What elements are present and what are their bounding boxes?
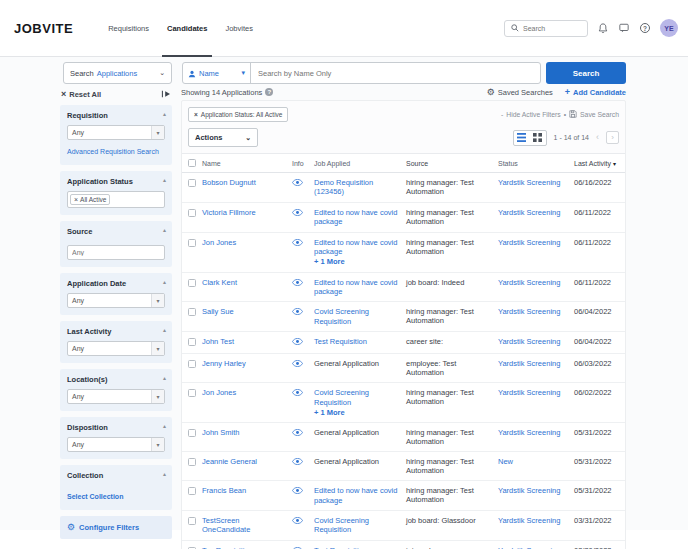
info-eye-icon[interactable] bbox=[292, 360, 310, 367]
candidate-name-link[interactable]: TestScreen OneCandidate bbox=[202, 516, 250, 534]
info-eye-icon[interactable] bbox=[292, 429, 310, 436]
row-checkbox[interactable] bbox=[188, 338, 196, 346]
feedback-icon[interactable] bbox=[618, 22, 630, 34]
row-checkbox[interactable] bbox=[188, 279, 196, 287]
candidate-name-link[interactable]: Jenny Harley bbox=[202, 359, 246, 368]
configure-filters-button[interactable]: ⚙ Configure Filters bbox=[60, 516, 172, 539]
name-search-input[interactable] bbox=[251, 63, 540, 83]
collapse-icon[interactable]: ▴ bbox=[163, 326, 166, 333]
row-checkbox[interactable] bbox=[188, 487, 196, 495]
candidate-name-link[interactable]: Jeannie General bbox=[202, 457, 257, 466]
job-applied-link[interactable]: Demo Requisition (123456) bbox=[314, 178, 402, 197]
collapse-icon[interactable]: ▴ bbox=[163, 422, 166, 429]
status-link[interactable]: Yardstik Screening bbox=[498, 278, 560, 287]
nav-candidates[interactable]: Candidates bbox=[158, 0, 216, 57]
reset-all-button[interactable]: Reset All bbox=[69, 90, 101, 99]
actions-dropdown[interactable]: Actions ⌄ bbox=[188, 128, 258, 147]
status-link[interactable]: Yardstik Screening bbox=[498, 516, 560, 525]
job-applied-link[interactable]: Covid Screening Requisition bbox=[314, 388, 402, 407]
info-eye-icon[interactable] bbox=[292, 308, 310, 315]
search-button[interactable]: Search bbox=[546, 62, 626, 84]
application-status-input[interactable]: × All Active bbox=[67, 191, 165, 208]
user-avatar[interactable]: YE bbox=[660, 19, 678, 37]
info-eye-icon[interactable] bbox=[292, 517, 310, 524]
candidate-name-link[interactable]: John Test bbox=[202, 337, 234, 346]
remove-chip-icon[interactable]: × bbox=[194, 111, 198, 118]
row-checkbox[interactable] bbox=[188, 389, 196, 397]
global-search-input[interactable] bbox=[523, 25, 583, 32]
job-applied-link[interactable]: Edited to now have covid package bbox=[314, 238, 402, 257]
saved-searches-button[interactable]: ⚙ Saved Searches bbox=[487, 88, 553, 97]
nav-jobvites[interactable]: Jobvites bbox=[216, 0, 262, 57]
job-applied-link[interactable]: Covid Screening Requisition bbox=[314, 307, 402, 326]
col-last-activity[interactable]: Last Activity ▾ bbox=[574, 160, 629, 167]
disposition-select[interactable]: Any ▾ bbox=[67, 437, 165, 452]
collapse-icon[interactable]: ▴ bbox=[163, 110, 166, 117]
col-name[interactable]: Name bbox=[202, 160, 292, 167]
search-field-select[interactable]: Name ▾ bbox=[183, 63, 251, 83]
job-more-link[interactable]: + 1 More bbox=[314, 408, 402, 417]
job-applied-link[interactable]: Covid Screening Requisition bbox=[314, 516, 402, 535]
row-checkbox[interactable] bbox=[188, 517, 196, 525]
nav-requisitions[interactable]: Requisitions bbox=[99, 0, 158, 57]
notifications-bell-icon[interactable] bbox=[597, 22, 609, 34]
col-source[interactable]: Source bbox=[406, 160, 498, 167]
row-checkbox[interactable] bbox=[188, 239, 196, 247]
info-eye-icon[interactable] bbox=[292, 179, 310, 186]
candidate-name-link[interactable]: Clark Kent bbox=[202, 278, 237, 287]
collapse-icon[interactable]: ▴ bbox=[163, 226, 166, 233]
grid-view-button[interactable] bbox=[530, 131, 546, 145]
candidate-name-link[interactable]: Jon Jones bbox=[202, 238, 236, 247]
status-link[interactable]: Yardstik Screening bbox=[498, 359, 560, 368]
job-applied-link[interactable]: General Application bbox=[314, 428, 402, 437]
row-checkbox[interactable] bbox=[188, 209, 196, 217]
job-applied-link[interactable]: Edited to now have covid package bbox=[314, 208, 402, 227]
candidate-name-link[interactable]: Jon Jones bbox=[202, 388, 236, 397]
status-link[interactable]: Yardstik Screening bbox=[498, 486, 560, 495]
collapse-icon[interactable]: ▴ bbox=[163, 470, 166, 477]
col-status[interactable]: Status bbox=[498, 160, 574, 167]
select-collection-link[interactable]: Select Collection bbox=[67, 493, 123, 500]
collapse-filters-pin-icon[interactable] bbox=[161, 90, 171, 98]
candidate-name-link[interactable]: John Smith bbox=[202, 428, 240, 437]
collapse-icon[interactable]: ▴ bbox=[163, 374, 166, 381]
row-checkbox[interactable] bbox=[188, 458, 196, 466]
status-link[interactable]: Yardstik Screening bbox=[498, 388, 560, 397]
advanced-requisition-search-link[interactable]: Advanced Requisition Search bbox=[67, 148, 159, 155]
hide-active-filters-link[interactable]: Hide Active Filters bbox=[506, 111, 560, 118]
status-link[interactable]: Yardstik Screening bbox=[498, 428, 560, 437]
list-view-button[interactable] bbox=[514, 131, 530, 145]
col-job-applied[interactable]: Job Applied bbox=[314, 160, 406, 167]
info-eye-icon[interactable] bbox=[292, 487, 310, 494]
global-search[interactable] bbox=[504, 20, 588, 37]
info-eye-icon[interactable] bbox=[292, 458, 310, 465]
collapse-icon[interactable]: ▴ bbox=[163, 176, 166, 183]
info-help-icon[interactable]: ? bbox=[265, 88, 273, 96]
last-activity-select[interactable]: Any ▾ bbox=[67, 341, 165, 356]
status-link[interactable]: Yardstik Screening bbox=[498, 178, 560, 187]
job-applied-link[interactable]: Test Requisition bbox=[314, 337, 402, 346]
row-checkbox[interactable] bbox=[188, 308, 196, 316]
job-more-link[interactable]: + 1 More bbox=[314, 257, 402, 266]
collapse-icon[interactable]: ▴ bbox=[163, 278, 166, 285]
status-link[interactable]: Yardstik Screening bbox=[498, 337, 560, 346]
search-scope-select[interactable]: Search Applications ⌄ bbox=[63, 62, 172, 84]
locations-select[interactable]: Any ▾ bbox=[67, 389, 165, 404]
row-checkbox[interactable] bbox=[188, 360, 196, 368]
application-date-select[interactable]: Any ▾ bbox=[67, 293, 165, 308]
candidate-name-link[interactable]: Victoria Fillmore bbox=[202, 208, 256, 217]
remove-chip-icon[interactable]: × bbox=[74, 196, 78, 203]
candidate-name-link[interactable]: Sally Sue bbox=[202, 307, 234, 316]
select-all-checkbox[interactable] bbox=[188, 159, 196, 167]
info-eye-icon[interactable] bbox=[292, 389, 310, 396]
add-candidate-button[interactable]: + Add Candidate bbox=[565, 87, 626, 97]
help-icon[interactable]: ? bbox=[639, 22, 651, 34]
info-eye-icon[interactable] bbox=[292, 279, 310, 286]
job-applied-link[interactable]: General Application bbox=[314, 457, 402, 466]
status-link[interactable]: Yardstik Screening bbox=[498, 307, 560, 316]
info-eye-icon[interactable] bbox=[292, 338, 310, 345]
source-input[interactable] bbox=[67, 245, 165, 260]
requisition-select[interactable]: Any ▾ bbox=[67, 125, 165, 140]
status-link[interactable]: Yardstik Screening bbox=[498, 208, 560, 217]
job-applied-link[interactable]: Edited to now have covid package bbox=[314, 486, 402, 505]
